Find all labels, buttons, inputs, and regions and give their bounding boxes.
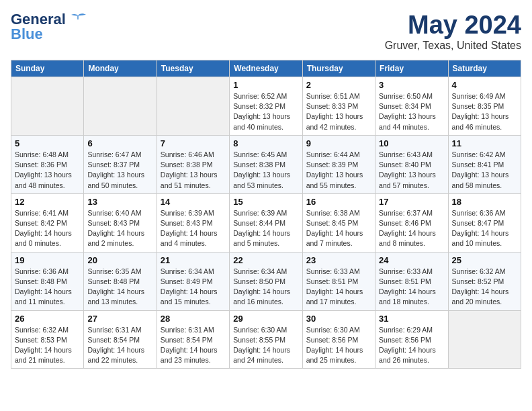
table-row <box>157 77 229 136</box>
day-info: Sunrise: 6:50 AMSunset: 8:34 PMDaylight:… <box>379 91 444 132</box>
table-row: 6 Sunrise: 6:47 AMSunset: 8:37 PMDayligh… <box>84 135 157 193</box>
day-number: 27 <box>87 314 152 324</box>
day-number: 14 <box>161 197 226 207</box>
table-row: 17 Sunrise: 6:37 AMSunset: 8:46 PMDaylig… <box>375 193 448 252</box>
day-info: Sunrise: 6:42 AMSunset: 8:41 PMDaylight:… <box>452 150 517 191</box>
table-row: 25 Sunrise: 6:32 AMSunset: 8:52 PMDaylig… <box>448 252 521 310</box>
day-info: Sunrise: 6:45 AMSunset: 8:38 PMDaylight:… <box>233 150 298 191</box>
day-info: Sunrise: 6:33 AMSunset: 8:51 PMDaylight:… <box>379 267 444 308</box>
table-row <box>11 77 84 136</box>
calendar-table: Sunday Monday Tuesday Wednesday Thursday… <box>11 60 521 369</box>
table-row: 9 Sunrise: 6:44 AMSunset: 8:39 PMDayligh… <box>302 135 375 193</box>
day-number: 9 <box>306 138 371 148</box>
table-row: 2 Sunrise: 6:51 AMSunset: 8:33 PMDayligh… <box>302 77 375 136</box>
day-info: Sunrise: 6:36 AMSunset: 8:47 PMDaylight:… <box>452 208 517 249</box>
day-number: 4 <box>452 80 517 90</box>
day-info: Sunrise: 6:38 AMSunset: 8:45 PMDaylight:… <box>306 208 371 249</box>
day-info: Sunrise: 6:30 AMSunset: 8:55 PMDaylight:… <box>233 325 298 366</box>
col-thursday: Thursday <box>302 60 375 77</box>
day-info: Sunrise: 6:34 AMSunset: 8:50 PMDaylight:… <box>233 267 298 308</box>
day-number: 8 <box>233 138 298 148</box>
table-row: 19 Sunrise: 6:36 AMSunset: 8:48 PMDaylig… <box>11 252 84 310</box>
day-number: 1 <box>233 80 298 90</box>
col-saturday: Saturday <box>448 60 521 77</box>
table-row: 15 Sunrise: 6:39 AMSunset: 8:44 PMDaylig… <box>230 193 302 252</box>
day-number: 11 <box>452 138 517 148</box>
table-row: 23 Sunrise: 6:33 AMSunset: 8:51 PMDaylig… <box>302 252 375 310</box>
day-info: Sunrise: 6:34 AMSunset: 8:49 PMDaylight:… <box>161 267 226 308</box>
logo: General Blue <box>11 11 87 43</box>
day-number: 20 <box>87 255 152 265</box>
day-number: 18 <box>452 197 517 207</box>
day-info: Sunrise: 6:39 AMSunset: 8:44 PMDaylight:… <box>233 208 298 249</box>
day-info: Sunrise: 6:32 AMSunset: 8:53 PMDaylight:… <box>15 325 80 366</box>
day-info: Sunrise: 6:30 AMSunset: 8:56 PMDaylight:… <box>306 325 371 366</box>
title-block: May 2024 Gruver, Texas, United States <box>385 11 521 52</box>
day-info: Sunrise: 6:36 AMSunset: 8:48 PMDaylight:… <box>15 267 80 308</box>
day-number: 2 <box>306 80 371 90</box>
table-row: 26 Sunrise: 6:32 AMSunset: 8:53 PMDaylig… <box>11 310 84 369</box>
day-info: Sunrise: 6:51 AMSunset: 8:33 PMDaylight:… <box>306 91 371 132</box>
day-number: 15 <box>233 197 298 207</box>
table-row: 8 Sunrise: 6:45 AMSunset: 8:38 PMDayligh… <box>230 135 302 193</box>
col-sunday: Sunday <box>11 60 84 77</box>
day-number: 23 <box>306 255 371 265</box>
calendar-title: May 2024 <box>385 11 521 40</box>
day-number: 3 <box>379 80 444 90</box>
day-number: 21 <box>161 255 226 265</box>
day-info: Sunrise: 6:49 AMSunset: 8:35 PMDaylight:… <box>452 91 517 132</box>
day-info: Sunrise: 6:44 AMSunset: 8:39 PMDaylight:… <box>306 150 371 191</box>
day-info: Sunrise: 6:35 AMSunset: 8:48 PMDaylight:… <box>87 267 152 308</box>
table-row: 29 Sunrise: 6:30 AMSunset: 8:55 PMDaylig… <box>230 310 302 369</box>
day-number: 28 <box>161 314 226 324</box>
table-row: 4 Sunrise: 6:49 AMSunset: 8:35 PMDayligh… <box>448 77 521 136</box>
day-info: Sunrise: 6:32 AMSunset: 8:52 PMDaylight:… <box>452 267 517 308</box>
page-header: General Blue May 2024 Gruver, Texas, Uni… <box>11 11 521 52</box>
day-info: Sunrise: 6:37 AMSunset: 8:46 PMDaylight:… <box>379 208 444 249</box>
col-tuesday: Tuesday <box>157 60 229 77</box>
day-info: Sunrise: 6:33 AMSunset: 8:51 PMDaylight:… <box>306 267 371 308</box>
day-number: 5 <box>15 138 80 148</box>
table-row: 18 Sunrise: 6:36 AMSunset: 8:47 PMDaylig… <box>448 193 521 252</box>
table-row: 30 Sunrise: 6:30 AMSunset: 8:56 PMDaylig… <box>302 310 375 369</box>
table-row: 7 Sunrise: 6:46 AMSunset: 8:38 PMDayligh… <box>157 135 229 193</box>
table-row: 13 Sunrise: 6:40 AMSunset: 8:43 PMDaylig… <box>84 193 157 252</box>
day-info: Sunrise: 6:31 AMSunset: 8:54 PMDaylight:… <box>161 325 226 366</box>
table-row: 14 Sunrise: 6:39 AMSunset: 8:43 PMDaylig… <box>157 193 229 252</box>
table-row: 10 Sunrise: 6:43 AMSunset: 8:40 PMDaylig… <box>375 135 448 193</box>
table-row: 5 Sunrise: 6:48 AMSunset: 8:36 PMDayligh… <box>11 135 84 193</box>
table-row: 21 Sunrise: 6:34 AMSunset: 8:49 PMDaylig… <box>157 252 229 310</box>
day-info: Sunrise: 6:52 AMSunset: 8:32 PMDaylight:… <box>233 91 298 132</box>
day-number: 7 <box>161 138 226 148</box>
day-info: Sunrise: 6:31 AMSunset: 8:54 PMDaylight:… <box>87 325 152 366</box>
logo-text-blue: Blue <box>11 26 43 43</box>
day-info: Sunrise: 6:47 AMSunset: 8:37 PMDaylight:… <box>87 150 152 191</box>
col-monday: Monday <box>84 60 157 77</box>
day-number: 29 <box>233 314 298 324</box>
table-row <box>84 77 157 136</box>
day-number: 25 <box>452 255 517 265</box>
table-row: 22 Sunrise: 6:34 AMSunset: 8:50 PMDaylig… <box>230 252 302 310</box>
day-number: 19 <box>15 255 80 265</box>
day-info: Sunrise: 6:41 AMSunset: 8:42 PMDaylight:… <box>15 208 80 249</box>
day-number: 16 <box>306 197 371 207</box>
day-number: 6 <box>87 138 152 148</box>
table-row: 16 Sunrise: 6:38 AMSunset: 8:45 PMDaylig… <box>302 193 375 252</box>
day-number: 30 <box>306 314 371 324</box>
day-info: Sunrise: 6:29 AMSunset: 8:56 PMDaylight:… <box>379 325 444 366</box>
day-number: 26 <box>15 314 80 324</box>
calendar-location: Gruver, Texas, United States <box>385 40 521 52</box>
logo-bird-icon <box>69 13 87 26</box>
day-number: 24 <box>379 255 444 265</box>
day-number: 22 <box>233 255 298 265</box>
col-wednesday: Wednesday <box>230 60 302 77</box>
table-row: 20 Sunrise: 6:35 AMSunset: 8:48 PMDaylig… <box>84 252 157 310</box>
day-number: 31 <box>379 314 444 324</box>
table-row: 24 Sunrise: 6:33 AMSunset: 8:51 PMDaylig… <box>375 252 448 310</box>
day-number: 10 <box>379 138 444 148</box>
day-number: 12 <box>15 197 80 207</box>
day-info: Sunrise: 6:48 AMSunset: 8:36 PMDaylight:… <box>15 150 80 191</box>
table-row: 27 Sunrise: 6:31 AMSunset: 8:54 PMDaylig… <box>84 310 157 369</box>
table-row: 28 Sunrise: 6:31 AMSunset: 8:54 PMDaylig… <box>157 310 229 369</box>
table-row: 31 Sunrise: 6:29 AMSunset: 8:56 PMDaylig… <box>375 310 448 369</box>
